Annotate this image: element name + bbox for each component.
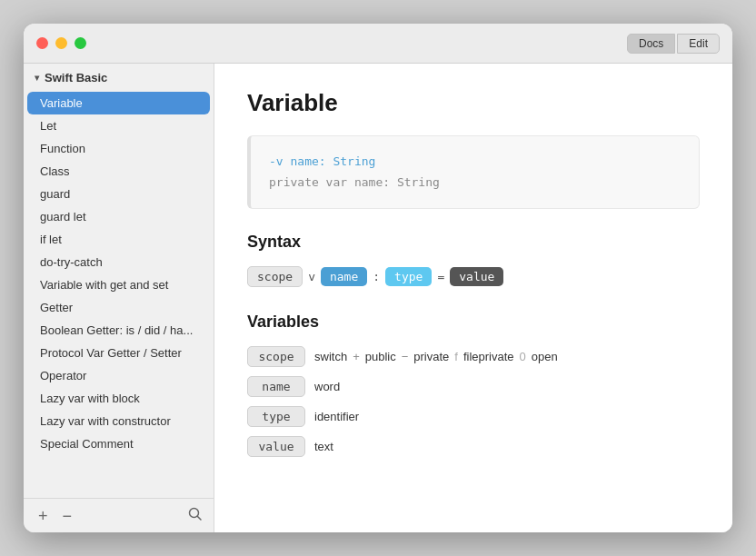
var-scope-public: public: [365, 350, 396, 363]
sidebar-item-operator[interactable]: Operator: [27, 364, 210, 387]
var-scope-f: f: [454, 350, 458, 363]
sidebar-item-getter[interactable]: Getter: [27, 296, 210, 319]
main-window: Docs Edit ▾ Swift Basic Variable Let Fun…: [24, 24, 732, 532]
sidebar-item-if-let[interactable]: if let: [27, 228, 210, 251]
syntax-row: scope v name : type = value: [247, 266, 700, 287]
content-area: ▾ Swift Basic Variable Let Function Clas…: [24, 64, 732, 532]
remove-item-button[interactable]: −: [59, 506, 76, 526]
var-label-value: value: [247, 436, 305, 457]
sidebar-list: Variable Let Function Class guard guard …: [24, 92, 214, 498]
var-value-text: text: [314, 440, 333, 453]
var-type-identifier: identifier: [314, 410, 359, 423]
var-label-scope: scope: [247, 346, 305, 367]
var-scope-fileprivate: fileprivate: [463, 350, 514, 363]
maximize-button[interactable]: [75, 37, 86, 49]
syntax-value-tag: value: [450, 267, 503, 286]
var-values-scope: switch + public − private f fileprivate …: [314, 350, 558, 363]
syntax-section-title: Syntax: [247, 233, 700, 252]
add-item-button[interactable]: +: [35, 506, 52, 526]
var-values-type: identifier: [314, 410, 359, 423]
close-button[interactable]: [36, 37, 48, 49]
sidebar-item-let[interactable]: Let: [27, 114, 210, 137]
sidebar-item-protocol-var-getter[interactable]: Protocol Var Getter / Setter: [27, 342, 210, 364]
edit-button[interactable]: Edit: [677, 34, 720, 54]
var-row-type: type identifier: [247, 406, 700, 427]
syntax-type-tag: type: [385, 267, 432, 286]
syntax-equals: =: [437, 270, 444, 283]
search-icon: [188, 507, 203, 521]
traffic-lights: [36, 37, 86, 49]
var-scope-private: private: [413, 350, 449, 363]
sidebar-item-guard[interactable]: guard: [27, 183, 210, 205]
var-values-value: text: [314, 440, 333, 453]
sidebar-header: ▾ Swift Basic: [24, 64, 214, 92]
code-line1-rest: name: String: [284, 154, 376, 168]
titlebar-action-buttons: Docs Edit: [627, 34, 720, 54]
sidebar-collapse-icon[interactable]: ▾: [35, 73, 39, 83]
var-scope-plus: +: [353, 350, 360, 363]
var-scope-switch: switch: [314, 350, 347, 363]
code-block: -v name: String private var name: String: [247, 135, 700, 209]
sidebar-footer: + −: [24, 498, 214, 532]
var-row-name: name word: [247, 376, 700, 397]
var-label-type: type: [247, 406, 305, 427]
sidebar-item-guard-let[interactable]: guard let: [27, 205, 210, 228]
syntax-scope-tag: scope: [247, 266, 303, 287]
var-label-name: name: [247, 376, 305, 397]
docs-button[interactable]: Docs: [627, 34, 675, 54]
sidebar-item-variable-get-set[interactable]: Variable with get and set: [27, 273, 210, 296]
variables-table: scope switch + public − private f filepr…: [247, 346, 700, 457]
var-scope-open: open: [532, 350, 558, 363]
var-values-name: word: [314, 380, 340, 393]
sidebar-item-lazy-var-block[interactable]: Lazy var with block: [27, 387, 210, 410]
sidebar-item-class[interactable]: Class: [27, 160, 210, 183]
var-scope-minus: −: [402, 350, 409, 363]
sidebar-item-special-comment[interactable]: Special Comment: [27, 432, 210, 455]
sidebar-item-function[interactable]: Function: [27, 137, 210, 160]
sidebar-item-boolean-getter[interactable]: Boolean Getter: is / did / ha...: [27, 319, 210, 342]
code-line2: private var name: String: [269, 175, 440, 189]
var-scope-0: 0: [520, 350, 526, 363]
sidebar-item-do-try-catch[interactable]: do-try-catch: [27, 251, 210, 273]
search-button[interactable]: [188, 507, 203, 524]
variables-section-title: Variables: [247, 313, 700, 332]
sidebar: ▾ Swift Basic Variable Let Function Clas…: [24, 64, 214, 532]
sidebar-item-variable[interactable]: Variable: [27, 92, 210, 114]
code-prefix: -v: [269, 154, 284, 168]
var-row-value: value text: [247, 436, 700, 457]
var-name-word: word: [314, 380, 340, 393]
svg-line-1: [198, 517, 202, 521]
sidebar-title: Swift Basic: [45, 71, 107, 84]
var-row-scope: scope switch + public − private f filepr…: [247, 346, 700, 367]
titlebar: Docs Edit: [24, 24, 732, 64]
code-line-2: private var name: String: [269, 172, 681, 193]
sidebar-item-lazy-var-constructor[interactable]: Lazy var with constructor: [27, 410, 210, 432]
main-content: Variable -v name: String private var nam…: [214, 64, 732, 532]
syntax-colon: :: [373, 270, 380, 283]
code-line-1: -v name: String: [269, 151, 681, 172]
minimize-button[interactable]: [55, 37, 67, 49]
syntax-v: v: [308, 270, 315, 283]
syntax-name-tag: name: [321, 267, 367, 286]
page-title: Variable: [247, 89, 700, 117]
